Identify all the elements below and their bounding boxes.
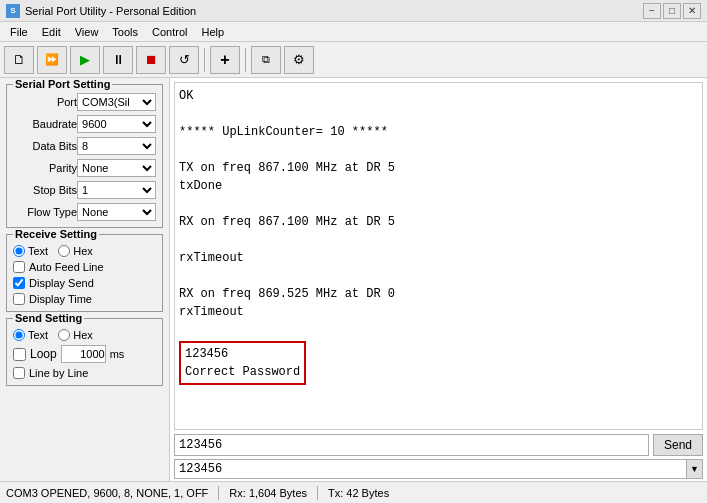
dropdown-button[interactable]: ▼: [687, 459, 703, 479]
menu-help[interactable]: Help: [196, 24, 231, 40]
parity-label: Parity: [13, 162, 77, 174]
window-controls: − □ ✕: [643, 3, 701, 19]
parity-select[interactable]: None: [77, 159, 156, 177]
bottom-input-row: ▼: [174, 459, 703, 479]
loop-checkbox[interactable]: [13, 348, 26, 361]
right-panel: OK ***** UpLinkCounter= 10 ***** TX on f…: [170, 78, 707, 481]
window-button[interactable]: ⧉: [251, 46, 281, 74]
left-panel: Serial Port Setting Port COM3(Sil Baudra…: [0, 78, 170, 481]
receive-setting-title: Receive Setting: [13, 228, 99, 240]
pause-button[interactable]: ⏸: [103, 46, 133, 74]
flowtype-row: Flow Type None: [13, 203, 156, 221]
output-area[interactable]: OK ***** UpLinkCounter= 10 ***** TX on f…: [174, 82, 703, 430]
app-icon: S: [6, 4, 20, 18]
baudrate-row: Baudrate 9600: [13, 115, 156, 133]
display-send-checkbox[interactable]: [13, 277, 25, 289]
highlighted-output: 123456 Correct Password: [179, 341, 306, 385]
settings-button[interactable]: ⚙: [284, 46, 314, 74]
display-send-row: Display Send: [13, 277, 156, 289]
minimize-button[interactable]: −: [643, 3, 661, 19]
display-time-checkbox[interactable]: [13, 293, 25, 305]
serial-port-setting-title: Serial Port Setting: [13, 78, 112, 90]
title-bar: S Serial Port Utility - Personal Edition…: [0, 0, 707, 22]
bottom-section: Send ▼: [170, 432, 707, 481]
main-content: Serial Port Setting Port COM3(Sil Baudra…: [0, 78, 707, 481]
receive-hex-radio[interactable]: [58, 245, 70, 257]
databits-row: Data Bits 8: [13, 137, 156, 155]
app-title: Serial Port Utility - Personal Edition: [25, 5, 196, 17]
send-hex-radio-label[interactable]: Hex: [58, 329, 93, 341]
send-format-group: Text Hex: [13, 329, 156, 341]
status-separator-1: [218, 486, 219, 500]
send-hex-radio[interactable]: [58, 329, 70, 341]
line-by-line-checkbox[interactable]: [13, 367, 25, 379]
new-button[interactable]: 🗋: [4, 46, 34, 74]
stopbits-select[interactable]: 1: [77, 181, 156, 199]
parity-row: Parity None: [13, 159, 156, 177]
toolbar-separator-1: [204, 48, 205, 72]
loop-input[interactable]: [61, 345, 106, 363]
receive-text-radio-label[interactable]: Text: [13, 245, 48, 257]
connect-button[interactable]: ⏩: [37, 46, 67, 74]
baudrate-label: Baudrate: [13, 118, 77, 130]
receive-text-radio[interactable]: [13, 245, 25, 257]
send-row: Send: [174, 434, 703, 456]
send-text-label: Text: [28, 329, 48, 341]
send-button[interactable]: Send: [653, 434, 703, 456]
close-button[interactable]: ✕: [683, 3, 701, 19]
port-select[interactable]: COM3(Sil: [77, 93, 156, 111]
stopbits-row: Stop Bits 1: [13, 181, 156, 199]
port-label: Port: [13, 96, 77, 108]
send-input[interactable]: [174, 434, 649, 456]
com-status: COM3 OPENED, 9600, 8, NONE, 1, OFF: [6, 487, 208, 499]
rx-status: Rx: 1,604 Bytes: [229, 487, 307, 499]
port-row: Port COM3(Sil: [13, 93, 156, 111]
line-by-line-label: Line by Line: [29, 367, 88, 379]
send-text-radio[interactable]: [13, 329, 25, 341]
display-time-row: Display Time: [13, 293, 156, 305]
flowtype-select[interactable]: None: [77, 203, 156, 221]
toolbar: 🗋 ⏩ ▶ ⏸ ⏹ ↺ + ⧉ ⚙: [0, 42, 707, 78]
receive-format-group: Text Hex: [13, 245, 156, 257]
databits-select[interactable]: 8: [77, 137, 156, 155]
send-setting-title: Send Setting: [13, 312, 84, 324]
send-setting-section: Send Setting Text Hex Loop ms: [6, 318, 163, 386]
flowtype-label: Flow Type: [13, 206, 77, 218]
line-by-line-row: Line by Line: [13, 367, 156, 379]
auto-feed-line-label: Auto Feed Line: [29, 261, 104, 273]
menu-edit[interactable]: Edit: [36, 24, 67, 40]
maximize-button[interactable]: □: [663, 3, 681, 19]
receive-setting-section: Receive Setting Text Hex Auto Feed Line …: [6, 234, 163, 312]
loop-row: Loop ms: [13, 345, 156, 363]
baudrate-select[interactable]: 9600: [77, 115, 156, 133]
auto-feed-line-row: Auto Feed Line: [13, 261, 156, 273]
auto-feed-line-checkbox[interactable]: [13, 261, 25, 273]
send-hex-label: Hex: [73, 329, 93, 341]
send-text-radio-label[interactable]: Text: [13, 329, 48, 341]
receive-hex-label: Hex: [73, 245, 93, 257]
stopbits-label: Stop Bits: [13, 184, 77, 196]
add-button[interactable]: +: [210, 46, 240, 74]
toolbar-separator-2: [245, 48, 246, 72]
output-content: OK ***** UpLinkCounter= 10 ***** TX on f…: [179, 87, 698, 387]
status-bar: COM3 OPENED, 9600, 8, NONE, 1, OFF Rx: 1…: [0, 481, 707, 503]
refresh-button[interactable]: ↺: [169, 46, 199, 74]
menu-file[interactable]: File: [4, 24, 34, 40]
menu-tools[interactable]: Tools: [106, 24, 144, 40]
display-send-label: Display Send: [29, 277, 94, 289]
menu-view[interactable]: View: [69, 24, 105, 40]
bottom-input[interactable]: [174, 459, 687, 479]
status-separator-2: [317, 486, 318, 500]
ms-label: ms: [110, 348, 125, 360]
receive-text-label: Text: [28, 245, 48, 257]
serial-port-setting-section: Serial Port Setting Port COM3(Sil Baudra…: [6, 84, 163, 228]
loop-label: Loop: [30, 347, 57, 361]
tx-status: Tx: 42 Bytes: [328, 487, 389, 499]
stop-button[interactable]: ⏹: [136, 46, 166, 74]
receive-hex-radio-label[interactable]: Hex: [58, 245, 93, 257]
play-button[interactable]: ▶: [70, 46, 100, 74]
display-time-label: Display Time: [29, 293, 92, 305]
databits-label: Data Bits: [13, 140, 77, 152]
menu-control[interactable]: Control: [146, 24, 193, 40]
menu-bar: File Edit View Tools Control Help: [0, 22, 707, 42]
